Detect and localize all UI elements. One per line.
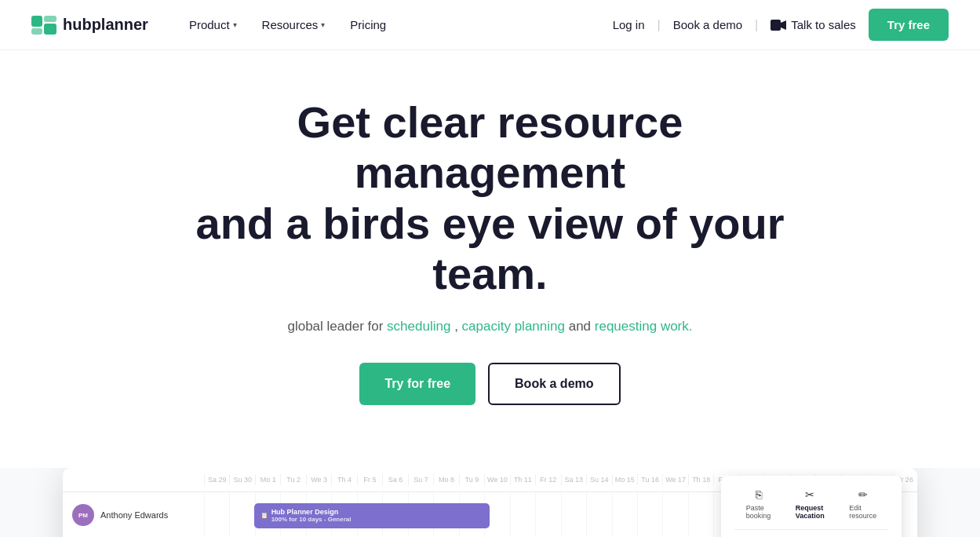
screenshot-frame: Sa 29 Su 30 Mo 1 Tu 2 We 3 Th 4 Fr 5 Sa … [63, 468, 917, 537]
hero-buttons: Try for free Book a demo [31, 363, 949, 405]
cal-avatar-anthony: PM [72, 504, 94, 526]
cal-date-sa6: Sa 6 [382, 474, 407, 485]
nav-book-demo-link[interactable]: Book a demo [673, 18, 742, 31]
cal-date-su7: Su 7 [408, 474, 433, 485]
cal-date-mo1: Mo 1 [255, 474, 280, 485]
cal-date-we10: We 10 [484, 474, 509, 485]
cal-date-th4: Th 4 [331, 474, 356, 485]
hero-section: Get clear resource management and a bird… [0, 50, 980, 468]
svg-rect-0 [31, 16, 42, 27]
cal-name-header [63, 474, 204, 485]
nav-product[interactable]: Product ▾ [180, 12, 246, 38]
nav-divider-2: | [755, 18, 758, 32]
hero-try-free-button[interactable]: Try for free [359, 363, 475, 405]
cal-date-tu2: Tu 2 [280, 474, 305, 485]
popup-request-vacation[interactable]: ✂ RequestVacation [796, 488, 825, 520]
cal-date-su14: Su 14 [586, 474, 611, 485]
paste-icon: ⎘ [756, 488, 762, 501]
cal-date-tu16: Tu 16 [637, 474, 662, 485]
svg-rect-2 [44, 16, 56, 22]
cal-date-sa13: Sa 13 [561, 474, 586, 485]
svg-rect-4 [771, 20, 781, 31]
edit-icon: ✏ [858, 488, 868, 501]
cal-date-mo8: Mo 8 [433, 474, 458, 485]
cal-bar-sub-hub: 100% for 10 days - General [271, 516, 352, 523]
hero-title: Get clear resource management and a bird… [184, 97, 796, 300]
nav-login-link[interactable]: Log in [613, 18, 645, 31]
svg-rect-1 [31, 28, 42, 35]
hero-subtitle: global leader for scheduling , capacity … [31, 319, 949, 334]
hero-requesting-link[interactable]: requesting work. [595, 319, 693, 334]
cal-bar-icon-hub: 📋 [260, 512, 268, 519]
nav-try-free-button[interactable]: Try free [869, 9, 949, 41]
hero-book-demo-button[interactable]: Book a demo [488, 363, 620, 405]
cal-date-sa29: Sa 29 [204, 474, 229, 485]
popup-edit-label: Editresource [849, 504, 876, 520]
nav-pricing[interactable]: Pricing [341, 12, 395, 38]
cal-date-we3: We 3 [306, 474, 331, 485]
nav-talk-sales[interactable]: Talk to sales [771, 18, 856, 31]
popup-actions: ⎘ Pastebooking ✂ RequestVacation ✏ Editr… [734, 488, 889, 530]
navbar: hubplanner Product ▾ Resources ▾ Pricing… [0, 0, 980, 50]
cal-date-th11: Th 11 [510, 474, 535, 485]
cal-date-fr12: Fr 12 [535, 474, 560, 485]
popup-vacation-label: RequestVacation [796, 504, 825, 520]
cal-date-fr5: Fr 5 [357, 474, 382, 485]
vacation-icon: ✂ [805, 488, 814, 501]
popup-edit-resource[interactable]: ✏ Editresource [849, 488, 876, 520]
cal-date-we17: We 17 [662, 474, 687, 485]
logo-link[interactable]: hubplanner [31, 16, 148, 35]
popup-paste-booking[interactable]: ⎘ Pastebooking [746, 488, 771, 520]
cal-person-anthony: PM Anthony Edwards [63, 504, 204, 526]
cal-person-name-anthony: Anthony Edwards [100, 510, 168, 520]
popup-paste-label: Pastebooking [746, 504, 771, 520]
nav-links: Product ▾ Resources ▾ Pricing [180, 12, 613, 38]
cal-bar-hub-planner[interactable]: 📋 Hub Planner Design 100% for 10 days - … [254, 503, 490, 528]
video-icon [771, 20, 786, 31]
resources-chevron-icon: ▾ [321, 20, 325, 29]
cal-date-mo15: Mo 15 [612, 474, 637, 485]
nav-divider-1: | [658, 18, 661, 32]
cal-date-su30: Su 30 [229, 474, 254, 485]
cal-date-tu9: Tu 9 [459, 474, 484, 485]
hero-scheduling-link[interactable]: scheduling [387, 319, 450, 334]
logo-icon [31, 16, 56, 35]
nav-resources[interactable]: Resources ▾ [253, 12, 335, 38]
nav-right: Log in | Book a demo | Talk to sales Try… [613, 9, 949, 41]
hero-capacity-link[interactable]: capacity planning [462, 319, 565, 334]
product-chevron-icon: ▾ [233, 20, 237, 29]
screenshot-container: Sa 29 Su 30 Mo 1 Tu 2 We 3 Th 4 Fr 5 Sa … [0, 468, 980, 537]
brand-name: hubplanner [63, 16, 148, 34]
cal-date-th18: Th 18 [688, 474, 713, 485]
resource-popup: ⎘ Pastebooking ✂ RequestVacation ✏ Editr… [721, 476, 902, 537]
cal-bar-title-hub: Hub Planner Design [271, 508, 352, 516]
svg-rect-3 [44, 24, 56, 35]
